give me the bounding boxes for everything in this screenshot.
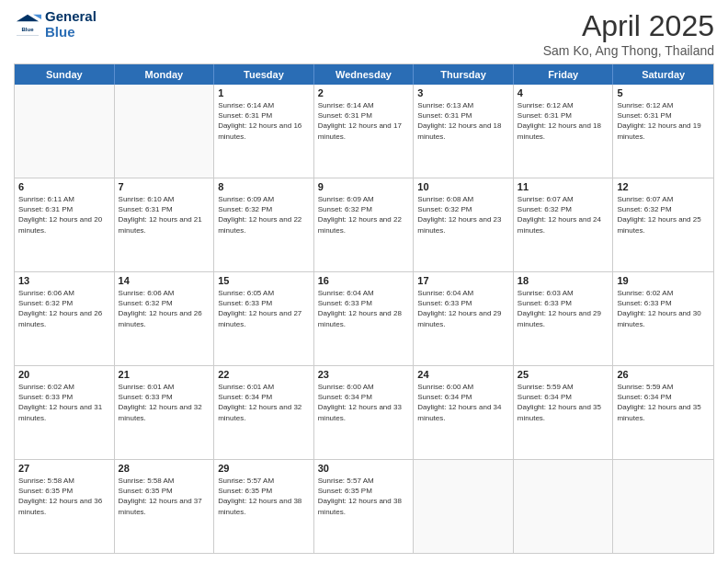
sun-info: Sunrise: 6:00 AM Sunset: 6:34 PM Dayligh… [318, 382, 410, 423]
calendar-header: SundayMondayTuesdayWednesdayThursdayFrid… [15, 64, 713, 85]
day-number: 13 [18, 275, 110, 286]
calendar-cell-empty [15, 85, 115, 178]
svg-marker-1 [33, 14, 41, 18]
title-area: April 2025 Sam Ko, Ang Thong, Thailand [543, 9, 714, 58]
day-number: 27 [18, 463, 110, 474]
weekday-header-thursday: Thursday [414, 64, 514, 85]
sun-info: Sunrise: 6:08 AM Sunset: 6:32 PM Dayligh… [417, 194, 509, 236]
calendar-cell-day-11: 11Sunrise: 6:07 AM Sunset: 6:32 PM Dayli… [514, 178, 614, 271]
day-number: 28 [119, 463, 210, 474]
calendar-cell-day-21: 21Sunrise: 6:01 AM Sunset: 6:33 PM Dayli… [115, 366, 215, 459]
calendar-row-2: 6Sunrise: 6:11 AM Sunset: 6:31 PM Daylig… [15, 178, 713, 272]
calendar-row-3: 13Sunrise: 6:06 AM Sunset: 6:32 PM Dayli… [15, 272, 713, 366]
day-number: 1 [218, 87, 310, 98]
sun-info: Sunrise: 6:14 AM Sunset: 6:31 PM Dayligh… [218, 100, 310, 142]
sun-info: Sunrise: 6:12 AM Sunset: 6:31 PM Dayligh… [617, 100, 710, 142]
sun-info: Sunrise: 6:11 AM Sunset: 6:31 PM Dayligh… [18, 194, 110, 236]
day-number: 18 [518, 275, 609, 286]
calendar-cell-day-25: 25Sunrise: 5:59 AM Sunset: 6:34 PM Dayli… [514, 366, 614, 459]
calendar-cell-day-18: 18Sunrise: 6:03 AM Sunset: 6:33 PM Dayli… [514, 272, 614, 365]
day-number: 3 [417, 87, 509, 98]
calendar-cell-empty [414, 460, 514, 553]
calendar-cell-day-10: 10Sunrise: 6:08 AM Sunset: 6:32 PM Dayli… [414, 178, 514, 271]
day-number: 26 [617, 369, 710, 380]
weekday-header-saturday: Saturday [613, 64, 713, 85]
sun-info: Sunrise: 5:59 AM Sunset: 6:34 PM Dayligh… [617, 382, 710, 423]
day-number: 7 [119, 181, 210, 192]
day-number: 9 [318, 181, 410, 192]
calendar-cell-empty [613, 460, 713, 553]
calendar-row-1: 1Sunrise: 6:14 AM Sunset: 6:31 PM Daylig… [15, 85, 713, 178]
sun-info: Sunrise: 6:06 AM Sunset: 6:32 PM Dayligh… [18, 288, 110, 329]
day-number: 2 [318, 87, 410, 98]
day-number: 11 [518, 181, 609, 192]
month-title: April 2025 [543, 9, 714, 43]
sun-info: Sunrise: 6:03 AM Sunset: 6:33 PM Dayligh… [518, 288, 609, 329]
sun-info: Sunrise: 5:58 AM Sunset: 6:35 PM Dayligh… [119, 476, 210, 517]
calendar-cell-day-23: 23Sunrise: 6:00 AM Sunset: 6:34 PM Dayli… [314, 366, 415, 459]
sun-info: Sunrise: 6:09 AM Sunset: 6:32 PM Dayligh… [218, 194, 310, 236]
svg-text:Blue: Blue [21, 26, 34, 31]
day-number: 24 [417, 369, 509, 380]
weekday-header-monday: Monday [115, 64, 215, 85]
calendar-row-4: 20Sunrise: 6:02 AM Sunset: 6:33 PM Dayli… [15, 366, 713, 460]
calendar-cell-day-13: 13Sunrise: 6:06 AM Sunset: 6:32 PM Dayli… [15, 272, 115, 365]
sun-info: Sunrise: 6:04 AM Sunset: 6:33 PM Dayligh… [417, 288, 509, 329]
calendar-cell-day-2: 2Sunrise: 6:14 AM Sunset: 6:31 PM Daylig… [314, 85, 415, 178]
calendar-cell-day-19: 19Sunrise: 6:02 AM Sunset: 6:33 PM Dayli… [613, 272, 713, 365]
sun-info: Sunrise: 6:13 AM Sunset: 6:31 PM Dayligh… [417, 100, 509, 142]
sun-info: Sunrise: 6:01 AM Sunset: 6:33 PM Dayligh… [119, 382, 210, 423]
calendar: SundayMondayTuesdayWednesdayThursdayFrid… [14, 63, 714, 554]
day-number: 16 [318, 275, 410, 286]
day-number: 29 [218, 463, 310, 474]
sun-info: Sunrise: 6:06 AM Sunset: 6:32 PM Dayligh… [119, 288, 210, 329]
weekday-header-wednesday: Wednesday [314, 64, 415, 85]
calendar-cell-day-6: 6Sunrise: 6:11 AM Sunset: 6:31 PM Daylig… [15, 178, 115, 271]
calendar-row-5: 27Sunrise: 5:58 AM Sunset: 6:35 PM Dayli… [15, 460, 713, 553]
day-number: 5 [617, 87, 710, 98]
sun-info: Sunrise: 6:01 AM Sunset: 6:34 PM Dayligh… [218, 382, 310, 423]
calendar-page: Blue General Blue April 2025 Sam Ko, Ang… [0, 0, 728, 563]
logo-icon: Blue [14, 11, 41, 39]
day-number: 8 [218, 181, 310, 192]
sun-info: Sunrise: 6:02 AM Sunset: 6:33 PM Dayligh… [617, 288, 710, 329]
calendar-cell-empty [115, 85, 215, 178]
day-number: 21 [119, 369, 210, 380]
day-number: 15 [218, 275, 310, 286]
sun-info: Sunrise: 5:57 AM Sunset: 6:35 PM Dayligh… [318, 476, 410, 517]
weekday-header-tuesday: Tuesday [214, 64, 314, 85]
header: Blue General Blue April 2025 Sam Ko, Ang… [14, 9, 714, 58]
calendar-cell-day-7: 7Sunrise: 6:10 AM Sunset: 6:31 PM Daylig… [115, 178, 215, 271]
day-number: 25 [518, 369, 609, 380]
logo-general: General [45, 9, 97, 25]
day-number: 19 [617, 275, 710, 286]
sun-info: Sunrise: 6:10 AM Sunset: 6:31 PM Dayligh… [119, 194, 210, 236]
calendar-cell-day-17: 17Sunrise: 6:04 AM Sunset: 6:33 PM Dayli… [414, 272, 514, 365]
calendar-cell-day-20: 20Sunrise: 6:02 AM Sunset: 6:33 PM Dayli… [15, 366, 115, 459]
weekday-header-friday: Friday [514, 64, 614, 85]
calendar-cell-day-22: 22Sunrise: 6:01 AM Sunset: 6:34 PM Dayli… [214, 366, 314, 459]
sun-info: Sunrise: 6:09 AM Sunset: 6:32 PM Dayligh… [318, 194, 410, 236]
sun-info: Sunrise: 6:04 AM Sunset: 6:33 PM Dayligh… [318, 288, 410, 329]
weekday-header-sunday: Sunday [15, 64, 115, 85]
calendar-body: 1Sunrise: 6:14 AM Sunset: 6:31 PM Daylig… [15, 85, 713, 553]
day-number: 20 [18, 369, 110, 380]
calendar-cell-day-9: 9Sunrise: 6:09 AM Sunset: 6:32 PM Daylig… [314, 178, 415, 271]
sun-info: Sunrise: 5:59 AM Sunset: 6:34 PM Dayligh… [518, 382, 609, 423]
sun-info: Sunrise: 5:58 AM Sunset: 6:35 PM Dayligh… [18, 476, 110, 517]
sun-info: Sunrise: 6:05 AM Sunset: 6:33 PM Dayligh… [218, 288, 310, 329]
day-number: 22 [218, 369, 310, 380]
calendar-cell-day-30: 30Sunrise: 5:57 AM Sunset: 6:35 PM Dayli… [314, 460, 415, 553]
day-number: 23 [318, 369, 410, 380]
calendar-cell-day-26: 26Sunrise: 5:59 AM Sunset: 6:34 PM Dayli… [613, 366, 713, 459]
sun-info: Sunrise: 6:00 AM Sunset: 6:34 PM Dayligh… [417, 382, 509, 423]
sun-info: Sunrise: 6:07 AM Sunset: 6:32 PM Dayligh… [617, 194, 710, 236]
calendar-cell-day-29: 29Sunrise: 5:57 AM Sunset: 6:35 PM Dayli… [214, 460, 314, 553]
logo-blue: Blue [45, 25, 97, 40]
sun-info: Sunrise: 6:02 AM Sunset: 6:33 PM Dayligh… [18, 382, 110, 423]
day-number: 30 [318, 463, 410, 474]
calendar-cell-day-16: 16Sunrise: 6:04 AM Sunset: 6:33 PM Dayli… [314, 272, 415, 365]
day-number: 10 [417, 181, 509, 192]
day-number: 4 [518, 87, 609, 98]
calendar-cell-day-4: 4Sunrise: 6:12 AM Sunset: 6:31 PM Daylig… [514, 85, 614, 178]
